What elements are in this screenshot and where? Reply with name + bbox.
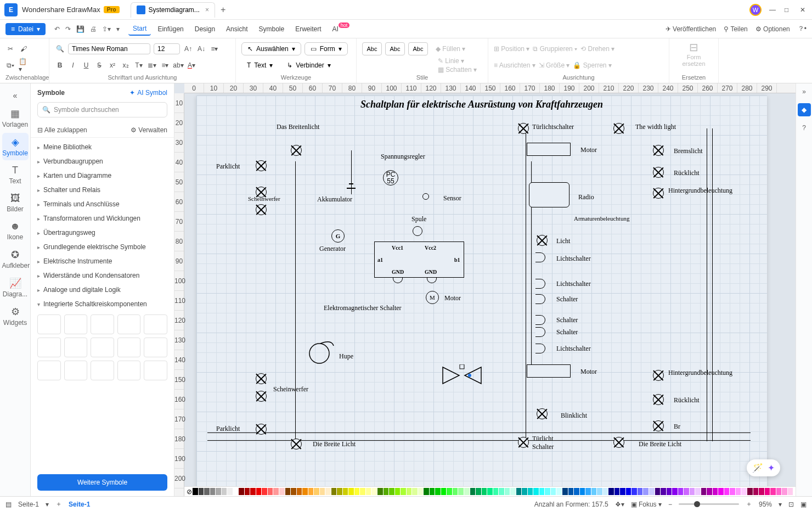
leftbar-stickers[interactable]: ✪Aufkleber: [2, 245, 29, 273]
color-swatch[interactable]: [401, 488, 406, 495]
color-swatch[interactable]: [649, 488, 655, 495]
color-swatch[interactable]: [597, 488, 602, 495]
color-swatch[interactable]: [620, 488, 625, 495]
print-icon[interactable]: 🖨: [90, 25, 97, 33]
document-tab[interactable]: Systemdiagram... ×: [131, 2, 215, 18]
motor-block[interactable]: [527, 143, 571, 156]
align-button[interactable]: ≡ Ausrichten ▾: [494, 61, 535, 69]
lamp-symbol[interactable]: [518, 437, 529, 448]
lib-item[interactable]: Elektrische Instrumente: [31, 254, 174, 268]
color-swatch[interactable]: [493, 488, 499, 495]
color-swatch[interactable]: [482, 488, 487, 495]
increase-font-icon[interactable]: A↑: [183, 44, 193, 54]
color-swatch[interactable]: [389, 488, 394, 495]
color-swatch[interactable]: [776, 488, 782, 495]
redo-icon[interactable]: ↷: [65, 25, 71, 33]
switch-symbol[interactable]: [535, 252, 545, 262]
shape-thumbnail[interactable]: [144, 338, 167, 357]
lib-item[interactable]: Schalter und Relais: [31, 183, 174, 197]
close-window-icon[interactable]: ✕: [800, 6, 808, 14]
color-swatch[interactable]: [770, 488, 776, 495]
shape-thumbnail[interactable]: [91, 314, 114, 334]
color-swatch[interactable]: [268, 488, 273, 495]
font-size-select[interactable]: 12: [154, 43, 180, 54]
horn-icon[interactable]: [304, 338, 335, 369]
color-swatch[interactable]: [412, 488, 418, 495]
color-swatch[interactable]: [765, 488, 770, 495]
canvas[interactable]: 0102030405060708090100110120130140150160…: [174, 83, 796, 496]
color-swatch[interactable]: [239, 488, 244, 495]
format-painter-icon[interactable]: 🖌: [19, 44, 29, 54]
color-swatch[interactable]: [487, 488, 493, 495]
lib-item[interactable]: Widerstände und Kondensatoren: [31, 268, 174, 283]
color-swatch[interactable]: [667, 488, 672, 495]
lib-item[interactable]: Transformatoren und Wicklungen: [31, 211, 174, 226]
switch-symbol[interactable]: [535, 344, 545, 353]
color-swatch[interactable]: [216, 488, 221, 495]
lamp-symbol[interactable]: [653, 167, 664, 178]
lamp-symbol[interactable]: [291, 439, 302, 449]
leftbar-icons[interactable]: ☻Ikone: [2, 217, 29, 244]
shape-thumbnail[interactable]: [144, 314, 167, 334]
color-swatch[interactable]: [505, 488, 510, 495]
regulator-symbol[interactable]: PC 55: [383, 170, 398, 186]
lamp-symbol[interactable]: [537, 235, 548, 246]
color-swatch[interactable]: [476, 488, 481, 495]
color-swatch[interactable]: [516, 488, 522, 495]
radio-symbol[interactable]: [529, 182, 569, 207]
fullscreen-icon[interactable]: ▣: [800, 501, 807, 508]
color-swatch[interactable]: [591, 488, 597, 495]
color-swatch[interactable]: [395, 488, 401, 495]
color-swatch[interactable]: [193, 488, 198, 495]
color-swatch[interactable]: [522, 488, 527, 495]
color-swatch[interactable]: [741, 488, 747, 495]
spacing-icon[interactable]: ≡▾: [210, 44, 219, 54]
sensor-symbol[interactable]: [422, 193, 429, 200]
shape-thumbnail[interactable]: [37, 314, 61, 334]
color-swatch[interactable]: [227, 488, 233, 495]
generator-symbol[interactable]: G: [331, 229, 345, 243]
color-swatch[interactable]: [441, 488, 447, 495]
color-swatch[interactable]: [470, 488, 476, 495]
shape-thumbnail[interactable]: [91, 361, 114, 380]
color-swatch[interactable]: [291, 488, 296, 495]
color-swatch[interactable]: [730, 488, 735, 495]
zoom-dropdown-icon[interactable]: ▾: [779, 501, 782, 508]
motor-symbol[interactable]: M: [426, 291, 439, 304]
shape-thumbnail[interactable]: [37, 338, 61, 357]
options-button[interactable]: ⚙ Optionen: [755, 25, 790, 33]
lib-item[interactable]: Analoge und digitale Logik: [31, 283, 174, 297]
color-swatch[interactable]: [701, 488, 707, 495]
lib-item[interactable]: Karten und Diagramme: [31, 168, 174, 183]
color-swatch[interactable]: [747, 488, 753, 495]
style-preset-1[interactable]: Abc: [362, 42, 382, 55]
shape-thumbnail[interactable]: [64, 338, 88, 357]
color-swatch[interactable]: [545, 488, 550, 495]
copy-icon[interactable]: ⧉▾: [5, 60, 15, 70]
color-swatch[interactable]: [384, 488, 389, 495]
minimize-icon[interactable]: —: [769, 6, 777, 14]
cut-icon[interactable]: ✂: [5, 44, 15, 54]
select-tool[interactable]: ↖ Auswählen ▾: [241, 42, 301, 55]
lamp-symbol[interactable]: [518, 123, 529, 134]
color-swatch[interactable]: [377, 488, 383, 495]
library-list[interactable]: Meine Bibliothek Verbundbaugruppen Karte…: [31, 138, 174, 469]
undo-icon[interactable]: ↶: [54, 25, 60, 33]
lamp-symbol[interactable]: [613, 123, 624, 134]
connector-tool[interactable]: ↳ Verbinder ▾: [281, 59, 336, 71]
switch-symbol[interactable]: [535, 279, 545, 289]
page-dropdown-icon[interactable]: ▾: [46, 501, 49, 508]
color-swatch[interactable]: [690, 488, 695, 495]
list-icon[interactable]: ≣▾: [147, 60, 157, 70]
file-menu[interactable]: ≡ Datei ▾: [5, 23, 46, 35]
color-swatch[interactable]: [631, 488, 637, 495]
color-swatch[interactable]: [435, 488, 441, 495]
lamp-symbol[interactable]: [613, 437, 624, 448]
paste-icon[interactable]: 📋▾: [19, 60, 29, 70]
color-swatch[interactable]: [360, 488, 365, 495]
align-icon[interactable]: ≡▾: [160, 60, 170, 70]
color-swatch[interactable]: [759, 488, 764, 495]
save-icon[interactable]: 💾: [76, 25, 84, 33]
group-button[interactable]: ⧉ Gruppieren ▾: [533, 45, 577, 53]
color-swatch[interactable]: [354, 488, 360, 495]
